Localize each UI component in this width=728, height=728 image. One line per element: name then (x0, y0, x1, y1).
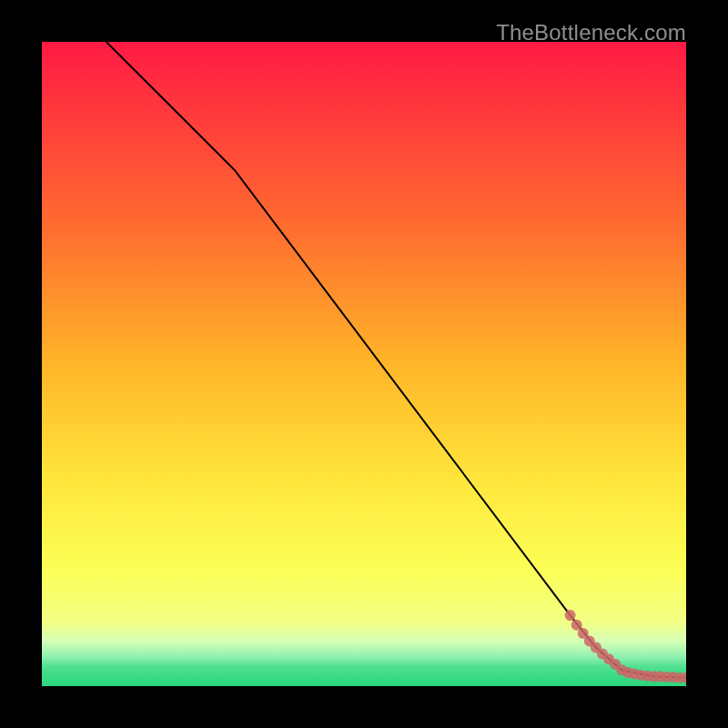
frame-right (686, 0, 728, 728)
chart-svg (42, 42, 686, 686)
frame-top (0, 0, 728, 42)
plot-area (42, 42, 686, 686)
frame-left (0, 0, 42, 728)
chart-container: { "watermark": "TheBottleneck.com", "col… (0, 0, 728, 728)
gradient-background (42, 42, 686, 686)
frame-bottom (0, 686, 728, 728)
data-point (565, 610, 576, 621)
